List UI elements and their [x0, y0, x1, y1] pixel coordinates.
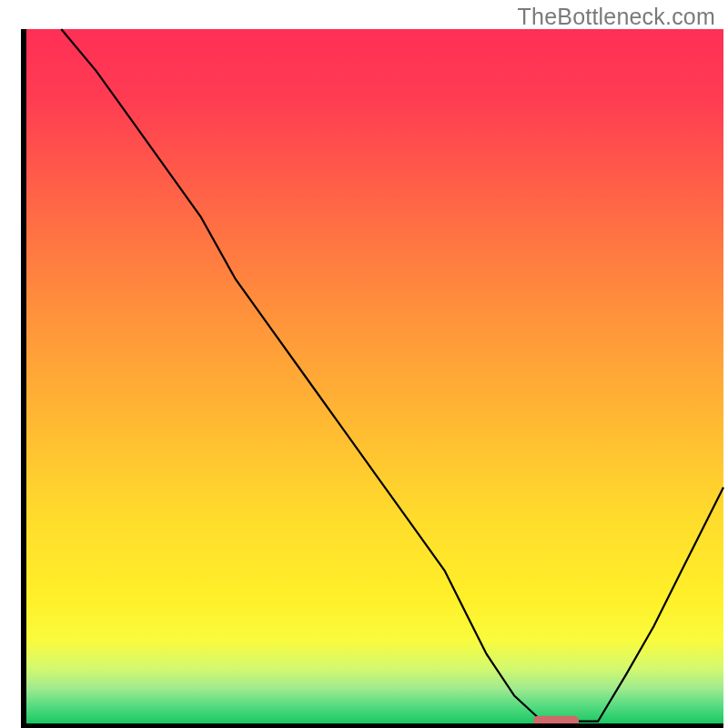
plot-background	[26, 29, 723, 723]
axis-bottom	[21, 723, 723, 728]
bottleneck-chart: TheBottleneck.com	[0, 0, 728, 728]
watermark-text: TheBottleneck.com	[518, 4, 715, 30]
chart-svg	[0, 0, 728, 728]
axis-left	[21, 29, 26, 728]
